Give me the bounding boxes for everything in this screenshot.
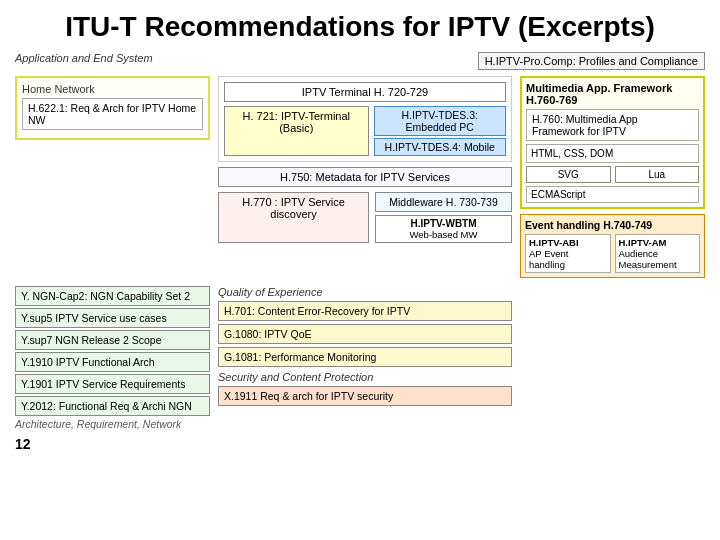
middleware-outer: Middleware H. 730-739 [375,192,512,212]
quality-security-section: Quality of Experience H.701: Content Err… [218,286,512,430]
home-network-label: Home Network [22,83,203,95]
multimedia-title: Multimedia App. Framework H.760-769 [526,82,699,106]
page: ITU-T Recommendations for IPTV (Excerpts… [0,0,720,540]
page-number: 12 [15,436,705,452]
ecma-box: ECMAScript [526,186,699,203]
am-title: H.IPTV-AM [619,237,697,248]
main-layout: Home Network H.622.1: Req & Arch for IPT… [15,76,705,282]
lua-box: Lua [615,166,700,183]
x1911-box: X.1911 Req & arch for IPTV security [218,386,512,406]
hiptv-label: H.IPTV-Pro.Comp: Profiles and Compliance [478,52,705,70]
center-top-group: IPTV Terminal H. 720-729 H. 721: IPTV-Te… [218,76,512,162]
h750-box: H.750: Metadata for IPTV Services [218,167,512,187]
ngn-y1901-box: Y.1901 IPTV Service Requirements [15,374,210,394]
h721-label: H. 721: IPTV-Terminal (Basic) [242,110,350,134]
mobile-label: H.IPTV-TDES.4: Mobile [385,141,495,153]
html-css-label: HTML, CSS, DOM [531,148,613,159]
bottom-row: Y. NGN-Cap2: NGN Capability Set 2 Y.sup5… [15,286,705,430]
embedded-pc-box: H.IPTV-TDES.3: Embedded PC [374,106,507,136]
embedded-mobile-group: H.IPTV-TDES.3: Embedded PC H.IPTV-TDES.4… [374,106,507,156]
svg-lua-row: SVG Lua [526,166,699,183]
ngn-y1910-box: Y.1910 IPTV Functional Arch [15,352,210,372]
h622-title: H.622.1: Req & Arch for IPTV Home NW [28,102,196,126]
left-column: Home Network H.622.1: Req & Arch for IPT… [15,76,210,282]
h721-box: H. 721: IPTV-Terminal (Basic) [224,106,369,156]
h750-label: H.750: Metadata for IPTV Services [280,171,450,183]
ngn-sup7-box: Y.sup7 NGN Release 2 Scope [15,330,210,350]
mw-inner-sub: Web-based MW [380,229,507,240]
arch-label: Architecture, Requirement, Network [15,418,210,430]
home-network-box: Home Network H.622.1: Req & Arch for IPT… [15,76,210,140]
ngn-sup5-box: Y.sup5 IPTV Service use cases [15,308,210,328]
h770-box: H.770 : IPTV Service discovery [218,192,369,243]
html-css-box: HTML, CSS, DOM [526,144,699,163]
am-box: H.IPTV-AM Audience Measurement [615,234,701,273]
ngn-sup5-label: Y.sup5 IPTV Service use cases [21,312,167,324]
middleware-outer-label: Middleware H. 730-739 [389,196,498,208]
ngn-cap2-box: Y. NGN-Cap2: NGN Capability Set 2 [15,286,210,306]
bottom-right-spacer [520,286,705,430]
h760-sub: H.760: Multimedia App Framework for IPTV [526,109,699,141]
abi-title: H.IPTV-ABI [529,237,607,248]
ap-event-label: AP Event handling [529,248,607,270]
security-label: Security and Content Protection [218,371,512,383]
ngn-y2012-label: Y.2012: Functional Req & Archi NGN [21,400,192,412]
event-title: Event handling H.740-749 [525,219,700,231]
center-column: IPTV Terminal H. 720-729 H. 721: IPTV-Te… [218,76,512,282]
svg-box: SVG [526,166,611,183]
mw-inner-label: H.IPTV-WBTM [380,218,507,229]
svg-label: SVG [558,169,579,180]
g1080-box: G.1080: IPTV QoE [218,324,512,344]
middleware-inner: H.IPTV-WBTM Web-based MW [375,215,512,243]
h701-label: H.701: Content Error-Recovery for IPTV [224,305,410,317]
ngn-y2012-box: Y.2012: Functional Req & Archi NGN [15,396,210,416]
header-row: Application and End System H.IPTV-Pro.Co… [15,52,705,70]
app-label: Application and End System [15,52,153,64]
h622-box: H.622.1: Req & Arch for IPTV Home NW [22,98,203,130]
ecma-label: ECMAScript [531,189,585,200]
g1081-box: G.1081: Performance Monitoring [218,347,512,367]
iptv-terminal-label: IPTV Terminal H. 720-729 [302,86,428,98]
lua-label: Lua [648,169,665,180]
x1911-label: X.1911 Req & arch for IPTV security [224,390,393,402]
h770-label: H.770 : IPTV Service discovery [242,196,345,220]
iptv-terminal-box: IPTV Terminal H. 720-729 [224,82,506,102]
ngn-y1910-label: Y.1910 IPTV Functional Arch [21,356,154,368]
audience-label: Audience Measurement [619,248,697,270]
multimedia-box: Multimedia App. Framework H.760-769 H.76… [520,76,705,209]
abi-box: H.IPTV-ABI AP Event handling [525,234,611,273]
g1081-label: G.1081: Performance Monitoring [224,351,376,363]
event-box: Event handling H.740-749 H.IPTV-ABI AP E… [520,214,705,278]
mobile-box: H.IPTV-TDES.4: Mobile [374,138,507,156]
quality-label: Quality of Experience [218,286,512,298]
middleware-group: Middleware H. 730-739 H.IPTV-WBTM Web-ba… [375,192,512,243]
g1080-label: G.1080: IPTV QoE [224,328,312,340]
page-title: ITU-T Recommendations for IPTV (Excerpts… [15,10,705,44]
ngn-section: Y. NGN-Cap2: NGN Capability Set 2 Y.sup5… [15,286,210,430]
embedded-pc-label: H.IPTV-TDES.3: Embedded PC [402,109,478,133]
ngn-y1901-label: Y.1901 IPTV Service Requirements [21,378,185,390]
right-column: Multimedia App. Framework H.760-769 H.76… [520,76,705,282]
h770-row: H.770 : IPTV Service discovery Middlewar… [218,192,512,243]
ngn-cap2-label: Y. NGN-Cap2: NGN Capability Set 2 [21,290,190,302]
ngn-sup7-label: Y.sup7 NGN Release 2 Scope [21,334,161,346]
h701-box: H.701: Content Error-Recovery for IPTV [218,301,512,321]
